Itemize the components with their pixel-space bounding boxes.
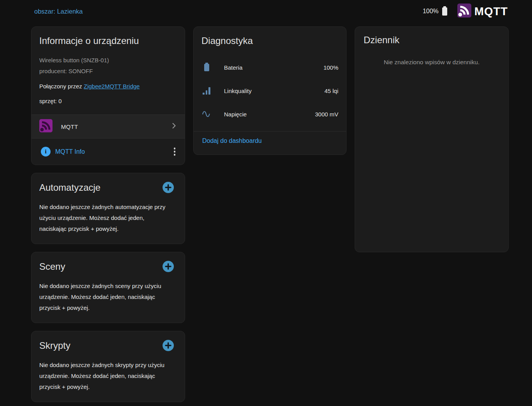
chevron-right-icon xyxy=(169,121,178,132)
mqtt-brand-logo[interactable]: MQTT xyxy=(457,4,508,19)
zigbee2mqtt-bridge-link[interactable]: Zigbee2MQTT Bridge xyxy=(84,83,140,90)
scripts-empty-message: Nie dodano jeszcze żadnych skrypty przy … xyxy=(39,360,177,392)
info-icon: i xyxy=(41,147,51,156)
automations-header: Automatyzacje xyxy=(39,182,177,193)
signal-icon xyxy=(201,87,212,95)
connected-via-label: Połączony przez xyxy=(39,83,84,90)
voltage-value: 3000 mV xyxy=(315,111,338,118)
column-right: Dziennik Nie znaleziono wpisów w dzienni… xyxy=(355,26,509,252)
mqtt-integration-icon xyxy=(39,119,52,134)
scripts-header: Skrypty xyxy=(39,340,177,351)
linkquality-value: 45 lqi xyxy=(324,88,338,94)
scripts-title: Skrypty xyxy=(39,340,70,351)
top-bar: obszar: Lazienka 100% MQTT xyxy=(0,0,532,23)
device-info-card: Informacje o urządzeniu Wireless button … xyxy=(31,26,185,165)
diagnostic-row-linkquality[interactable]: Linkquality 45 lqi xyxy=(201,79,338,102)
add-to-dashboard-link[interactable]: Dodaj do dashboardu xyxy=(202,137,262,144)
linkquality-label: Linkquality xyxy=(224,88,252,94)
automations-title: Automatyzacje xyxy=(39,182,100,193)
mqtt-info-row: i MQTT Info xyxy=(32,139,185,165)
battery-icon xyxy=(442,7,447,16)
hardware-version: sprzęt: 0 xyxy=(39,96,177,107)
logbook-header: Dziennik xyxy=(355,27,508,46)
battery-value: 100% xyxy=(324,64,338,71)
device-page-content: Informacje o urządzeniu Wireless button … xyxy=(0,23,532,402)
mqtt-integration-label: MQTT xyxy=(61,123,78,130)
scenes-title: Sceny xyxy=(39,261,65,272)
diagnostics-footer: Dodaj do dashboardu xyxy=(194,131,346,155)
device-manufacturer: producent: SONOFF xyxy=(39,66,177,77)
connected-via-line: Połączony przez Zigbee2MQTT Bridge xyxy=(39,81,177,92)
scenes-card: Sceny Nie dodano jeszcze żadnych sceny p… xyxy=(31,252,185,323)
battery-icon xyxy=(201,64,212,71)
battery-percent-text: 100% xyxy=(423,8,439,15)
battery-label: Bateria xyxy=(224,64,243,71)
area-breadcrumb-link[interactable]: obszar: Lazienka xyxy=(34,8,83,15)
diagnostics-card: Diagnostyka Bateria 100% Linkquality 45 … xyxy=(193,26,346,155)
sine-wave-icon xyxy=(201,109,212,119)
automations-empty-message: Nie dodano jeszcze żadnych automatyzacje… xyxy=(39,202,177,234)
column-middle: Diagnostyka Bateria 100% Linkquality 45 … xyxy=(193,26,346,155)
logbook-card: Dziennik Nie znaleziono wpisów w dzienni… xyxy=(355,26,509,252)
kebab-menu-icon[interactable] xyxy=(170,144,180,159)
scenes-empty-message: Nie dodano jeszcze żadnych sceny przy uż… xyxy=(39,281,177,313)
diagnostics-title: Diagnostyka xyxy=(201,35,338,46)
add-scene-button[interactable] xyxy=(163,261,174,272)
diagnostic-row-battery[interactable]: Bateria 100% xyxy=(201,56,338,79)
add-script-button[interactable] xyxy=(163,340,174,351)
voltage-label: Napięcie xyxy=(224,111,247,118)
device-model: Wireless button (SNZB-01) xyxy=(39,55,177,66)
mqtt-info-link[interactable]: MQTT Info xyxy=(55,148,85,155)
diagnostic-row-voltage[interactable]: Napięcie 3000 mV xyxy=(201,102,338,126)
logbook-title: Dziennik xyxy=(364,35,499,46)
scenes-header: Sceny xyxy=(39,261,177,272)
diagnostics-header: Diagnostyka xyxy=(194,27,346,46)
add-automation-button[interactable] xyxy=(163,182,174,193)
column-left: Informacje o urządzeniu Wireless button … xyxy=(31,26,185,402)
device-info-section: Informacje o urządzeniu Wireless button … xyxy=(32,27,185,114)
mqtt-logo-icon xyxy=(457,4,471,19)
topbar-right: 100% MQTT xyxy=(423,4,508,19)
diagnostics-rows: Bateria 100% Linkquality 45 lqi Napięcie… xyxy=(194,56,346,131)
scripts-card: Skrypty Nie dodano jeszcze żadnych skryp… xyxy=(31,331,185,402)
mqtt-brand-text: MQTT xyxy=(474,5,508,18)
device-info-title: Informacje o urządzeniu xyxy=(39,35,177,46)
mqtt-integration-row[interactable]: MQTT xyxy=(32,114,185,139)
battery-status: 100% xyxy=(423,7,447,16)
logbook-empty-message: Nie znaleziono wpisów w dzienniku. xyxy=(355,59,508,66)
automations-card: Automatyzacje Nie dodano jeszcze żadnych… xyxy=(31,173,185,244)
